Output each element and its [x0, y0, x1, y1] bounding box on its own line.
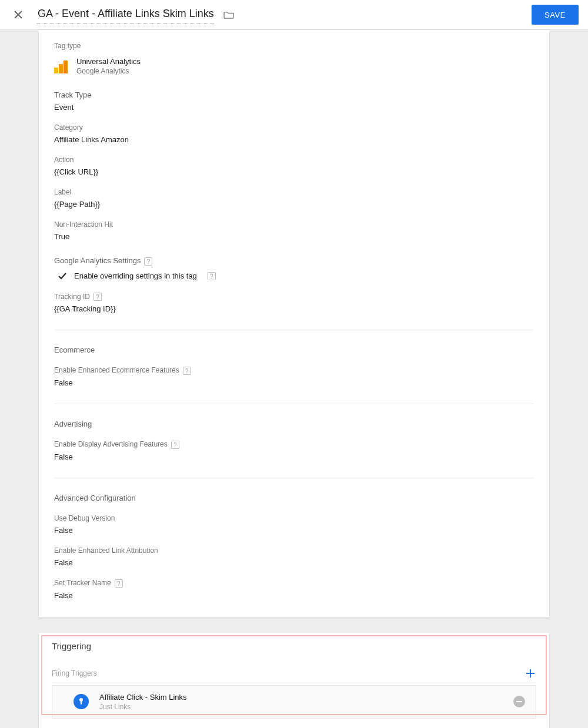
tag-type-name: Universal Analytics — [76, 57, 141, 66]
tag-type-label: Tag type — [54, 42, 534, 50]
checkmark-icon — [58, 271, 67, 281]
add-trigger-button[interactable] — [524, 667, 536, 679]
track-type-label: Track Type — [54, 90, 534, 99]
tracker-value: False — [54, 591, 534, 600]
svg-rect-1 — [81, 701, 82, 704]
noninteraction-label: Non-Interaction Hit — [54, 220, 534, 229]
elink-label: Enable Enhanced Link Attribution — [54, 546, 534, 555]
help-icon[interactable]: ? — [93, 293, 102, 301]
trigger-row[interactable]: Affiliate Click - Skim Links Just Links — [52, 685, 536, 719]
help-icon[interactable]: ? — [115, 579, 123, 588]
advanced-title: Advanced Configuration — [54, 494, 534, 502]
folder-icon[interactable] — [223, 11, 234, 19]
page-title[interactable]: GA - Event - Affiliate Links Skim Links — [36, 5, 215, 24]
ecom-enhanced-value: False — [54, 378, 534, 387]
tracking-id-value: {{GA Tracking ID}} — [54, 304, 534, 313]
debug-value: False — [54, 526, 534, 535]
firing-triggers-label: Firing Triggers — [52, 669, 97, 677]
override-label: Enable overriding settings in this tag — [74, 271, 197, 280]
app-header: GA - Event - Affiliate Links Skim Links … — [0, 0, 588, 30]
triggering-card: Triggering Firing Triggers Affiliate Cli… — [39, 633, 549, 728]
action-label: Action — [54, 156, 534, 164]
remove-trigger-button[interactable] — [513, 696, 525, 707]
svg-rect-2 — [516, 701, 522, 702]
adv-display-label: Enable Display Advertising Features? — [54, 440, 534, 449]
analytics-icon — [54, 59, 68, 73]
action-value: {{Click URL}} — [54, 167, 534, 176]
help-icon[interactable]: ? — [144, 257, 152, 266]
trigger-type: Just Links — [99, 703, 187, 711]
trigger-name: Affiliate Click - Skim Links — [99, 693, 187, 702]
tracker-label: Set Tracker Name? — [54, 579, 534, 588]
elink-value: False — [54, 558, 534, 567]
ga-settings-label: Google Analytics Settings? — [54, 256, 534, 266]
help-icon[interactable]: ? — [183, 367, 191, 375]
advertising-title: Advertising — [54, 420, 534, 428]
noninteraction-value: True — [54, 232, 534, 241]
adv-display-value: False — [54, 452, 534, 461]
ecommerce-title: Ecommerce — [54, 345, 534, 354]
tag-type-vendor: Google Analytics — [76, 67, 141, 75]
category-value: Affiliate Links Amazon — [54, 135, 534, 144]
tracking-id-label: Tracking ID? — [54, 293, 534, 301]
label-label: Label — [54, 188, 534, 196]
debug-label: Use Debug Version — [54, 514, 534, 522]
triggering-title: Triggering — [52, 641, 536, 651]
override-row: Enable overriding settings in this tag ? — [58, 271, 534, 281]
ecom-enhanced-label: Enable Enhanced Ecommerce Features? — [54, 366, 534, 375]
save-button[interactable]: SAVE — [532, 5, 579, 25]
tag-type-row[interactable]: Universal Analytics Google Analytics — [54, 57, 534, 75]
track-type-value: Event — [54, 103, 534, 112]
click-trigger-icon — [74, 694, 89, 709]
tag-config-card: Tag type Universal Analytics Google Anal… — [39, 30, 549, 618]
help-icon[interactable]: ? — [171, 441, 179, 449]
category-label: Category — [54, 123, 534, 132]
close-icon[interactable] — [13, 9, 24, 20]
help-icon[interactable]: ? — [208, 272, 216, 280]
label-value: {{Page Path}} — [54, 200, 534, 209]
